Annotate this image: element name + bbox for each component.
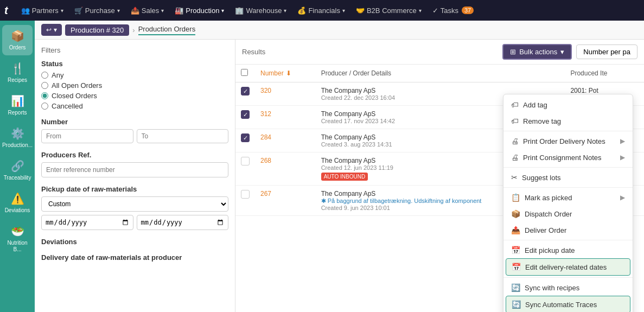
number-to-input[interactable] xyxy=(137,129,229,143)
sidebar-label-deviations: Deviations xyxy=(5,207,30,214)
nav-financials[interactable]: 💰 Financials ▾ xyxy=(293,4,349,17)
nutrition-icon: 🥗 xyxy=(11,225,24,238)
warehouse-chevron: ▾ xyxy=(284,8,286,14)
sidebar-label-orders: Orders xyxy=(9,44,26,51)
number-per-page-button[interactable]: Number per pa xyxy=(576,44,637,59)
date-from-input[interactable] xyxy=(41,215,133,230)
traceability-icon: 🔗 xyxy=(11,160,24,173)
edit-pickup-icon: 📅 xyxy=(511,246,520,254)
dropdown-sync-traces[interactable]: 🔄 Sync Automatic Traces xyxy=(506,296,630,312)
reports-icon: 📊 xyxy=(11,94,24,107)
row-284-number: 284 xyxy=(255,129,316,152)
nav-b2b[interactable]: 🤝 B2B Commerce ▾ xyxy=(352,4,426,17)
top-nav: t 👥 Partners ▾ 🛒 Purchase ▾ 📤 Sales ▾ 🏭 … xyxy=(0,0,644,21)
status-closed[interactable]: Closed Orders xyxy=(41,92,228,100)
financials-chevron: ▾ xyxy=(342,8,345,14)
results-header: Results ⊞ Bulk actions ▾ Number per pa xyxy=(235,40,644,65)
divider3 xyxy=(503,187,633,188)
sidebar-item-orders[interactable]: 📦 Orders xyxy=(2,25,33,55)
financials-icon: 💰 xyxy=(297,7,306,15)
status-cancelled[interactable]: Cancelled xyxy=(41,102,228,110)
select-all-checkbox[interactable] xyxy=(241,69,248,76)
nav-sales[interactable]: 📤 Sales ▾ xyxy=(126,4,169,17)
mark-picked-arrow: ▶ xyxy=(620,194,625,201)
sidebar-item-reports[interactable]: 📊 Reports xyxy=(2,90,33,120)
status-closed-radio[interactable] xyxy=(41,92,48,99)
nav-purchase[interactable]: 🛒 Purchase ▾ xyxy=(70,4,124,17)
divider4 xyxy=(503,240,633,240)
row-312-checkbox[interactable]: ✓ xyxy=(241,110,250,119)
row-267-checkbox[interactable] xyxy=(241,190,250,199)
nav-tasks[interactable]: ✓ Tasks 37 xyxy=(428,4,478,17)
number-from-input[interactable] xyxy=(41,129,133,143)
sidebar-item-recipes[interactable]: 🍴 Recipes xyxy=(2,58,33,88)
breadcrumb-current: Production Orders xyxy=(138,25,196,35)
partners-icon: 👥 xyxy=(21,7,30,15)
partners-chevron: ▾ xyxy=(61,8,63,14)
status-cancelled-radio[interactable] xyxy=(41,103,48,110)
status-any-radio[interactable] xyxy=(41,72,48,79)
row-268-number: 268 xyxy=(255,152,316,186)
bulk-chevron-icon: ▾ xyxy=(560,48,564,56)
dropdown-deliver-order[interactable]: 📤 Deliver Order xyxy=(503,222,633,238)
production-tag[interactable]: Production # 320 xyxy=(65,24,129,36)
status-all-open[interactable]: All Open Orders xyxy=(41,81,228,90)
production-icon: 🏭 xyxy=(175,7,183,15)
sidebar-label-reports: Reports xyxy=(8,110,27,116)
history-button[interactable]: ↩ ▾ xyxy=(41,24,62,36)
dropdown-dispatch-order[interactable]: 📦 Dispatch Order xyxy=(503,206,633,222)
dropdown-suggest-lots[interactable]: ✂ Suggest lots xyxy=(503,169,633,186)
th-produced: Produced Ite xyxy=(565,65,644,82)
b2b-icon: 🤝 xyxy=(356,7,365,15)
dropdown-add-tag[interactable]: 🏷 Add tag xyxy=(503,97,633,113)
sales-chevron: ▾ xyxy=(161,8,164,14)
app-logo: t xyxy=(4,4,8,17)
dropdown-print-consignment[interactable]: 🖨 Print Consignment Notes ▶ xyxy=(503,149,633,165)
auto-inbound-badge: AUTO INBOUND xyxy=(321,173,368,181)
nav-partners[interactable]: 👥 Partners ▾ xyxy=(17,4,68,17)
production-chevron: ▾ xyxy=(221,8,224,14)
dropdown-remove-tag[interactable]: 🏷 Remove tag xyxy=(503,113,633,129)
dropdown-sync-recipes[interactable]: 🔄 Sync with recipes xyxy=(503,279,633,296)
producers-ref-input[interactable] xyxy=(41,162,228,177)
print-consignment-arrow: ▶ xyxy=(620,154,625,161)
main-content: ↩ ▾ Production # 320 › Production Orders… xyxy=(35,21,644,312)
sidebar-item-nutrition[interactable]: 🥗 Nutrition B... xyxy=(2,220,33,257)
sync-recipes-icon: 🔄 xyxy=(511,283,520,292)
sales-icon: 📤 xyxy=(131,7,139,15)
sort-icon: ⬇ xyxy=(286,69,291,77)
row-268-checkbox[interactable] xyxy=(241,157,250,165)
status-all-open-radio[interactable] xyxy=(41,82,48,89)
dropdown-edit-pickup[interactable]: 📅 Edit pickup date xyxy=(503,242,633,258)
nav-production[interactable]: 🏭 Production ▾ xyxy=(170,4,228,17)
th-check xyxy=(235,65,255,82)
sidebar-item-traceability[interactable]: 🔗 Traceability xyxy=(2,155,33,186)
date-range xyxy=(41,215,228,230)
purchase-chevron: ▾ xyxy=(117,8,120,14)
deliver-icon: 📤 xyxy=(511,226,520,234)
sidebar-item-deviations[interactable]: ⚠️ Deviations xyxy=(2,188,33,218)
pickup-date-select[interactable]: Custom xyxy=(41,196,228,212)
history-icon: ↩ xyxy=(46,26,52,34)
sidebar-item-production[interactable]: ⚙️ Production... xyxy=(2,123,33,153)
dropdown-print-delivery[interactable]: 🖨 Print Order Delivery Notes ▶ xyxy=(503,133,633,149)
th-producer: Producer / Order Details xyxy=(316,65,565,82)
b2b-chevron: ▾ xyxy=(419,8,422,14)
divider1 xyxy=(503,131,633,131)
delivery-date-filter: Delivery date of raw-materials at produc… xyxy=(41,253,228,262)
dropdown-mark-picked[interactable]: 📋 Mark as picked ▶ xyxy=(503,189,633,206)
dropdown-edit-delivery[interactable]: 📅 Edit delivery-related dates xyxy=(506,258,630,276)
header-actions: ⊞ Bulk actions ▾ Number per pa xyxy=(502,44,637,60)
row-284-checkbox[interactable]: ✓ xyxy=(241,133,250,142)
breadcrumb-separator: › xyxy=(132,26,135,34)
bulk-actions-button[interactable]: ⊞ Bulk actions ▾ xyxy=(502,44,572,60)
date-to-input[interactable] xyxy=(137,215,229,230)
orders-icon: 📦 xyxy=(11,29,24,42)
nav-warehouse[interactable]: 🏢 Warehouse ▾ xyxy=(231,4,291,17)
number-col-label: Number xyxy=(260,69,284,77)
status-any[interactable]: Any xyxy=(41,71,228,79)
deviations-icon: ⚠️ xyxy=(11,192,24,205)
row-320-checkbox[interactable]: ✓ xyxy=(241,87,250,95)
print-consignment-icon: 🖨 xyxy=(511,153,519,162)
results-label: Results xyxy=(242,48,265,56)
